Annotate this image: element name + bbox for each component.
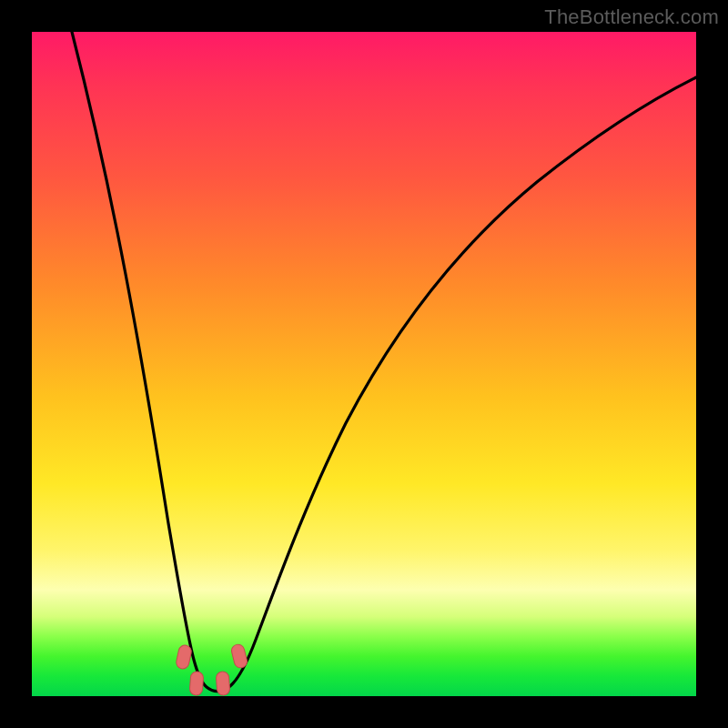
watermark-text: TheBottleneck.com: [544, 5, 719, 29]
marker-valley-left: [189, 672, 204, 696]
marker-valley-right: [216, 672, 230, 696]
marker-left-shoulder: [175, 644, 192, 670]
bottleneck-curve: [32, 32, 696, 696]
valley-markers: [175, 643, 248, 696]
chart-frame: TheBottleneck.com: [0, 0, 728, 728]
marker-right-shoulder: [230, 643, 248, 670]
plot-area: [32, 32, 696, 696]
curve-path: [72, 32, 696, 691]
